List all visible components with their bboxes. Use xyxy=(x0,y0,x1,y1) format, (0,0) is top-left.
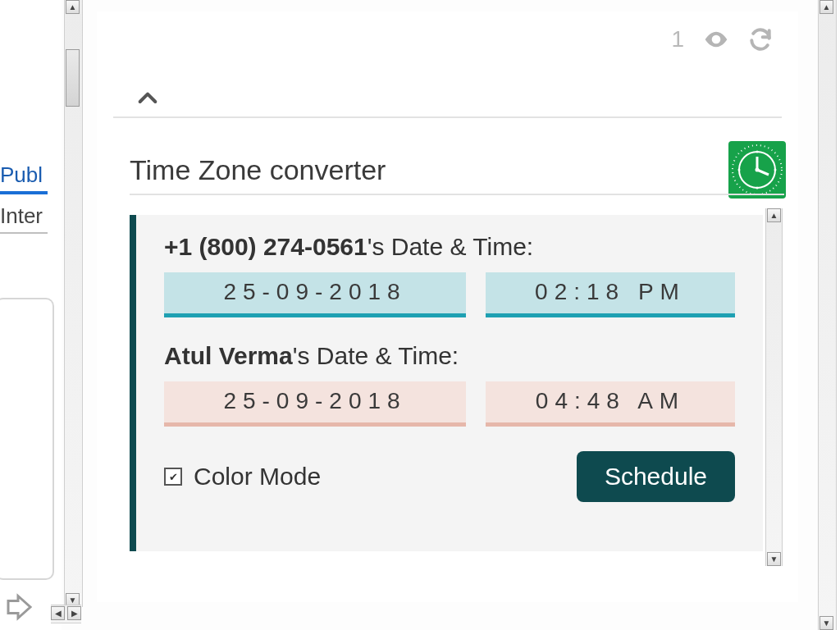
entry-caller-name: +1 (800) 274-0561 xyxy=(164,233,368,260)
left-hscrollbar[interactable]: ◀ ▶ xyxy=(51,605,81,623)
svg-point-7 xyxy=(756,187,759,189)
schedule-button[interactable]: Schedule xyxy=(577,451,735,502)
scroll-up-icon[interactable]: ▲ xyxy=(767,208,781,222)
arrow-right-out-icon[interactable] xyxy=(2,592,34,622)
svg-point-8 xyxy=(738,169,741,171)
main-card: 1 Time Zone converter xyxy=(97,11,798,602)
user-time-input[interactable]: 04:48 AM xyxy=(486,381,735,427)
topbar: 1 xyxy=(671,26,774,52)
clock-icon xyxy=(728,141,786,199)
caller-date-input[interactable]: 25-09-2018 xyxy=(164,272,466,317)
eye-icon[interactable] xyxy=(703,26,729,52)
color-mode-checkbox[interactable]: ✔ Color Mode xyxy=(164,463,321,491)
tab-publ[interactable]: Publ xyxy=(0,162,48,194)
label-suffix: 's Date & Time: xyxy=(293,342,459,369)
entry-user-label: Atul Verma's Date & Time: xyxy=(164,342,735,370)
left-pane: Publ Inter xyxy=(0,0,62,630)
scroll-up-icon[interactable]: ▲ xyxy=(819,0,833,14)
left-scrollbar[interactable]: ▲ ▼ xyxy=(64,0,83,607)
divider xyxy=(113,116,782,118)
panel-scrollbar[interactable]: ▲ ▼ xyxy=(765,208,783,566)
divider xyxy=(130,194,784,195)
caller-time-input[interactable]: 02:18 PM xyxy=(486,272,735,317)
left-empty-box xyxy=(0,298,54,580)
chevron-up-icon[interactable] xyxy=(135,85,161,112)
entry-user-name: Atul Verma xyxy=(164,342,293,369)
entry-caller: +1 (800) 274-0561's Date & Time: 25-09-2… xyxy=(164,233,735,317)
scroll-thumb[interactable] xyxy=(66,49,80,107)
panel-title: Time Zone converter xyxy=(130,154,386,186)
scroll-right-icon[interactable]: ▶ xyxy=(67,606,81,620)
checkbox-icon[interactable]: ✔ xyxy=(164,468,182,486)
tab-inter[interactable]: Inter xyxy=(0,203,48,234)
svg-point-0 xyxy=(714,37,718,41)
label-suffix: 's Date & Time: xyxy=(368,233,533,260)
scroll-left-icon[interactable]: ◀ xyxy=(51,606,65,620)
scroll-down-icon[interactable]: ▼ xyxy=(819,616,833,630)
window-scrollbar[interactable]: ▲ ▼ xyxy=(818,0,837,630)
converter-panel: +1 (800) 274-0561's Date & Time: 25-09-2… xyxy=(130,215,763,551)
entry-caller-label: +1 (800) 274-0561's Date & Time: xyxy=(164,233,735,261)
scroll-down-icon[interactable]: ▼ xyxy=(767,552,781,566)
user-date-input[interactable]: 25-09-2018 xyxy=(164,381,466,427)
svg-point-5 xyxy=(756,168,760,172)
svg-point-6 xyxy=(756,151,759,153)
reload-icon[interactable] xyxy=(747,26,774,52)
view-count: 1 xyxy=(671,26,685,52)
svg-point-9 xyxy=(774,169,777,171)
scroll-up-icon[interactable]: ▲ xyxy=(66,0,80,14)
color-mode-label: Color Mode xyxy=(194,463,321,491)
entry-user: Atul Verma's Date & Time: 25-09-2018 04:… xyxy=(164,342,735,427)
